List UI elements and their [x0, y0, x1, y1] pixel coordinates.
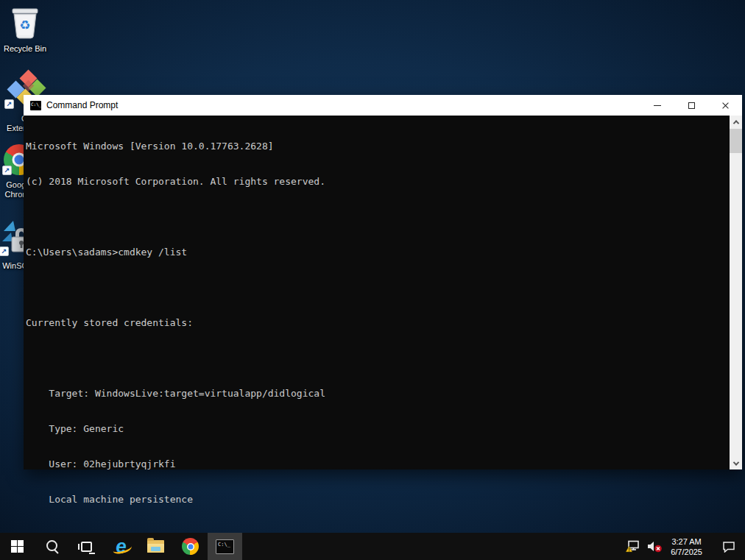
task-view-icon — [81, 542, 92, 552]
terminal-line — [26, 211, 727, 223]
shortcut-arrow-icon: ↗ — [4, 99, 14, 109]
close-icon — [721, 102, 730, 110]
shortcut-arrow-icon: ↗ — [0, 247, 9, 256]
network-status-button[interactable] — [621, 533, 643, 560]
volume-muted-icon — [647, 541, 663, 553]
taskbar-search-button[interactable] — [35, 533, 69, 560]
terminal-line — [26, 352, 727, 364]
terminal-output: Microsoft Windows [Version 10.0.17763.26… — [26, 117, 727, 469]
shortcut-arrow-icon: ↗ — [2, 166, 12, 175]
command-prompt-icon: C:\_ — [216, 539, 234, 554]
terminal-line: User: 02hejubrtyqjrkfi — [26, 458, 727, 470]
terminal-line: Target: WindowsLive:target=virtualapp/di… — [26, 388, 727, 400]
terminal-line: Microsoft Windows [Version 10.0.17763.26… — [26, 141, 727, 152]
task-view-button[interactable] — [69, 533, 104, 560]
window-titlebar[interactable]: C:\_ Command Prompt — [24, 95, 742, 116]
chrome-icon — [182, 538, 199, 555]
search-icon — [46, 540, 59, 553]
terminal-line: C:\Users\sadams>cmdkey /list — [26, 247, 727, 258]
taskbar-chrome-button[interactable] — [173, 533, 208, 560]
desktop-root: { "desktop": { "shortcut_glyph": "\u2197… — [0, 0, 745, 560]
window-title: Command Prompt — [46, 100, 118, 110]
taskbar: e C:\_ 3:27 — [0, 533, 745, 560]
scrollbar-up-button[interactable] — [730, 116, 742, 128]
file-explorer-icon — [147, 540, 164, 553]
maximize-button[interactable] — [674, 95, 708, 116]
action-center-icon — [722, 541, 735, 553]
scrollbar-down-button[interactable] — [730, 457, 742, 469]
chevron-down-icon — [732, 459, 738, 465]
taskbar-file-explorer-button[interactable] — [138, 533, 173, 560]
volume-button[interactable] — [643, 533, 666, 560]
taskbar-command-prompt-button[interactable]: C:\_ — [208, 533, 242, 560]
console-scrollbar[interactable] — [730, 116, 742, 469]
console-area[interactable]: Microsoft Windows [Version 10.0.17763.26… — [24, 116, 742, 469]
network-warning-icon — [625, 540, 640, 553]
command-prompt-icon: C:\_ — [30, 101, 41, 110]
start-button[interactable] — [0, 533, 35, 560]
chevron-up-icon — [732, 120, 738, 126]
terminal-line: Currently stored credentials: — [26, 317, 727, 329]
system-tray: 3:27 AM 6/7/2025 — [621, 533, 745, 560]
internet-explorer-icon: e — [116, 536, 126, 557]
action-center-button[interactable] — [718, 533, 739, 560]
minimize-button[interactable] — [640, 95, 674, 116]
terminal-line: Type: Generic — [26, 423, 727, 435]
terminal-line: Local machine persistence — [26, 494, 727, 506]
desktop-icon-recycle-bin[interactable]: ♻ Recycle Bin — [1, 5, 49, 54]
desktop-icon-label: Recycle Bin — [1, 44, 49, 54]
command-prompt-window: C:\_ Command Prompt Microsoft Windows [V… — [24, 95, 742, 469]
scrollbar-thumb[interactable] — [730, 129, 742, 153]
terminal-line — [26, 282, 727, 294]
taskbar-internet-explorer-button[interactable]: e — [104, 533, 138, 560]
minimize-icon — [654, 105, 661, 106]
taskbar-clock[interactable]: 3:27 AM 6/7/2025 — [666, 536, 707, 557]
windows-logo-icon — [11, 540, 24, 553]
close-button[interactable] — [708, 95, 742, 116]
maximize-icon — [688, 102, 695, 109]
clock-date: 6/7/2025 — [671, 547, 702, 557]
window-controls — [640, 95, 742, 116]
svg-text:♻: ♻ — [19, 18, 30, 32]
recycle-bin-icon: ♻ — [10, 5, 40, 42]
terminal-line: (c) 2018 Microsoft Corporation. All righ… — [26, 176, 727, 188]
clock-time: 3:27 AM — [671, 536, 702, 547]
